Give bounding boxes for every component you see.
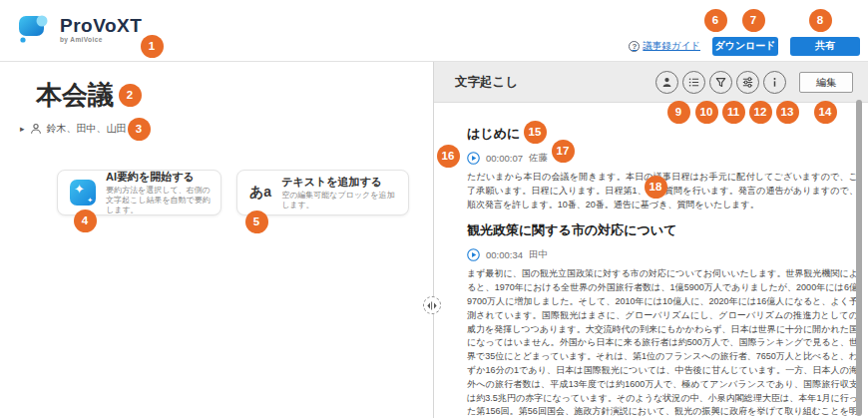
speaker-name: 佐藤 [529,152,548,165]
timestamp: 00:00:34 [486,249,523,260]
annotation-marker-10: 10 [695,101,718,124]
annotation-marker-13: 13 [776,101,799,124]
play-button[interactable] [467,248,480,261]
utterance-meta: 00:00:07 佐藤 [467,152,854,165]
panel-resize-handle[interactable] [423,296,441,314]
annotation-marker-15: 15 [524,121,547,144]
share-button[interactable]: 共有 [790,37,860,56]
add-text-card-desc: 空の編集可能なブロックを追加します。 [281,191,398,210]
annotation-marker-1: 1 [141,35,164,58]
annotation-marker-12: 12 [749,101,772,124]
app-header: ProVoXT by AmiVoice ? 議事録ガイド ダウンロード 共有 [0,0,868,62]
transcript-paragraph[interactable]: まず最初に、国の観光立国政策に対する市の対応についてお伺いいたします。世界観光機… [467,267,858,418]
annotation-marker-5: 5 [245,210,268,233]
document-panel: 本会議 ▸ 鈴木、田中、山田 ✦✦ AI要約を開始する 要約方法を選択して、右側… [0,62,433,418]
annotation-marker-4: 4 [74,209,97,232]
section-heading: 観光政策に関する市の対応について [467,221,854,239]
annotation-marker-8: 8 [809,9,832,32]
list-view-button[interactable] [682,71,705,94]
help-icon: ? [629,41,640,52]
filter-icon [714,76,727,89]
annotation-marker-7: 7 [742,9,765,32]
annotation-marker-6: 6 [704,9,727,32]
logo-title: ProVoXT [60,16,142,35]
ai-summary-card-desc: 要約方法を選択して、右側の文字起こし結果を自動で要約します。 [106,186,211,215]
sliders-icon [741,76,754,89]
speaker-person-button[interactable] [655,71,678,94]
app-screen: ProVoXT by AmiVoice ? 議事録ガイド ダウンロード 共有 本… [0,0,868,418]
collapse-expand-icon [427,301,437,310]
logo-subtitle: by AmiVoice [60,36,142,43]
logo[interactable]: ProVoXT by AmiVoice [18,14,142,44]
edit-button[interactable]: 編集 [799,72,853,93]
annotation-marker-2: 2 [119,84,142,107]
play-button[interactable] [467,152,480,165]
participants-row[interactable]: ▸ 鈴木、田中、山田 [20,122,127,136]
person-icon [660,76,673,89]
download-button[interactable]: ダウンロード [712,37,778,56]
transcript-panel-header: 文字起こし [434,62,868,103]
transcript-toolbar: 編集 [655,62,853,103]
info-icon [768,76,781,89]
add-text-card-title: テキストを追加する [281,176,398,188]
participants-names: 鈴木、田中、山田 [47,122,127,136]
minutes-guide-label: 議事録ガイド [643,40,700,53]
transcript-panel: 文字起こし [433,62,868,418]
list-icon [687,76,700,89]
annotation-marker-11: 11 [722,101,745,124]
person-outline-icon [30,123,42,135]
add-text-card[interactable]: あa テキストを追加する 空の編集可能なブロックを追加します。 [236,170,409,215]
info-button[interactable] [763,71,786,94]
ai-summary-card-title: AI要約を開始する [106,171,211,183]
utterance-meta: 00:00:34 田中 [467,248,854,261]
text-aa-icon: あa [249,184,271,202]
annotation-marker-14: 14 [814,101,837,124]
scrollbar-thumb[interactable] [856,100,862,416]
provoxt-logo-icon [18,14,52,44]
action-cards: ✦✦ AI要約を開始する 要約方法を選択して、右側の文字起こし結果を自動で要約し… [57,170,409,215]
annotation-marker-3: 3 [128,118,151,141]
ai-summary-card[interactable]: ✦✦ AI要約を開始する 要約方法を選択して、右側の文字起こし結果を自動で要約し… [57,170,221,215]
annotation-marker-17: 17 [552,140,575,163]
transcript-panel-title: 文字起こし [455,74,518,91]
annotation-marker-9: 9 [667,101,690,124]
annotation-marker-16: 16 [437,145,460,168]
display-settings-button[interactable] [736,71,759,94]
filter-button[interactable] [709,71,732,94]
header-actions: ? 議事録ガイド ダウンロード 共有 [629,36,860,56]
transcript-content: はじめに 00:00:07 佐藤 ただいまから本日の会議を開きます。本日の議事日… [434,103,868,418]
play-icon [467,152,480,165]
ai-sparkle-icon: ✦✦ [70,180,96,206]
minutes-guide-link[interactable]: ? 議事録ガイド [629,40,700,53]
timestamp: 00:00:07 [486,153,523,164]
speaker-name: 田中 [529,248,548,261]
play-icon [467,248,480,261]
document-title: 本会議 [36,78,114,113]
annotation-marker-18: 18 [645,176,667,199]
expand-caret-icon: ▸ [20,124,25,134]
